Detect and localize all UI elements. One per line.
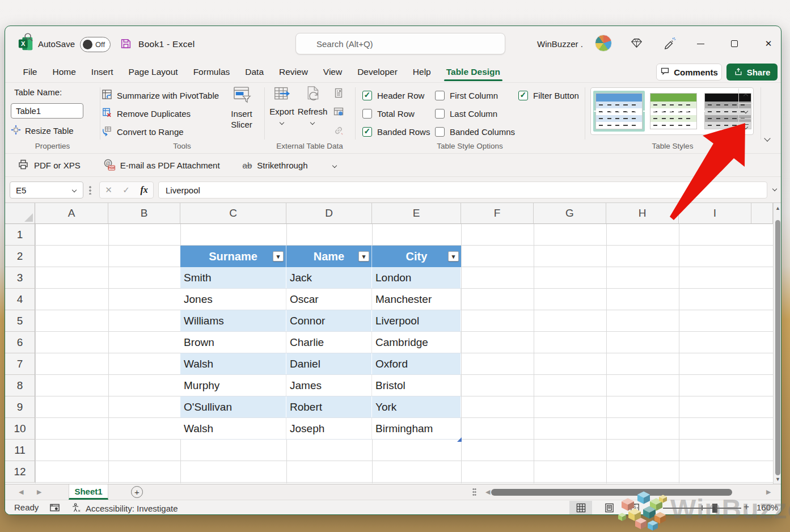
- maximize-button[interactable]: [722, 33, 747, 54]
- qat-item-pdf-or-xps[interactable]: PDF or XPS: [18, 159, 81, 172]
- select-all-corner[interactable]: [5, 203, 35, 224]
- accessibility-status[interactable]: Accessibility: Investigate: [71, 503, 178, 514]
- table-header-cell-city[interactable]: City: [372, 246, 461, 267]
- resize-table-button[interactable]: Resize Table: [11, 125, 74, 137]
- table-cell[interactable]: Brown: [180, 332, 286, 353]
- scroll-left-icon[interactable]: ◀: [485, 488, 490, 496]
- column-header-partial[interactable]: [751, 203, 773, 224]
- table-cell[interactable]: Jones: [180, 289, 286, 310]
- page-layout-view-button[interactable]: [598, 501, 620, 515]
- comments-button[interactable]: Comments: [656, 64, 722, 81]
- checkbox-first-column[interactable]: [435, 91, 445, 100]
- vertical-scroll-thumb[interactable]: [775, 220, 780, 475]
- minimize-button[interactable]: [688, 33, 713, 54]
- table-cell[interactable]: Walsh: [180, 418, 286, 439]
- qat-item-strikethrough[interactable]: abStrikethrough: [243, 161, 308, 170]
- formula-input[interactable]: Liverpool: [158, 181, 767, 199]
- scroll-up-icon[interactable]: ▲: [774, 205, 781, 211]
- checkbox-last-column[interactable]: [435, 109, 445, 119]
- search-input[interactable]: Search (Alt+Q): [295, 33, 505, 54]
- save-icon[interactable]: [120, 37, 132, 52]
- normal-view-button[interactable]: [569, 501, 592, 515]
- macro-record-icon[interactable]: [49, 503, 60, 515]
- table-cell[interactable]: James: [286, 375, 372, 396]
- scroll-down-icon[interactable]: ▼: [774, 476, 781, 482]
- table-cell[interactable]: Oscar: [286, 289, 372, 310]
- gallery-more-button[interactable]: [739, 119, 753, 134]
- option-total-row[interactable]: Total Row: [362, 104, 430, 123]
- table-header-cell-surname[interactable]: Surname: [180, 246, 286, 267]
- table-cell[interactable]: Williams: [180, 310, 286, 331]
- option-banded-rows[interactable]: Banded Rows: [362, 123, 430, 141]
- table-cell[interactable]: Oxford: [372, 353, 461, 374]
- row-header-1[interactable]: 1: [5, 224, 35, 246]
- account-name[interactable]: WinBuzzer .: [537, 39, 583, 49]
- column-header-h[interactable]: H: [606, 203, 679, 224]
- row-header-12[interactable]: 12: [5, 461, 35, 483]
- option-last-column[interactable]: Last Column: [435, 104, 515, 123]
- menu-tab-view[interactable]: View: [315, 62, 349, 82]
- table-cell[interactable]: O'Sullivan: [180, 396, 286, 417]
- table-header-cell-name[interactable]: Name: [286, 246, 372, 267]
- table-cell[interactable]: Jack: [286, 267, 372, 288]
- row-header-11[interactable]: 11: [5, 440, 35, 461]
- column-header-g[interactable]: G: [534, 203, 606, 224]
- collapse-ribbon-button[interactable]: [764, 135, 770, 141]
- checkbox-header-row[interactable]: [362, 91, 372, 100]
- formula-bar-handle[interactable]: [89, 185, 91, 195]
- menu-tab-insert[interactable]: Insert: [83, 62, 121, 82]
- row-header-10[interactable]: 10: [5, 418, 35, 440]
- menu-tab-developer[interactable]: Developer: [350, 62, 405, 82]
- table-cell[interactable]: Smith: [180, 267, 286, 288]
- table-name-input[interactable]: [11, 103, 83, 119]
- table-cell[interactable]: Bristol: [372, 375, 461, 396]
- share-button[interactable]: Share: [726, 64, 778, 81]
- column-header-d[interactable]: D: [286, 203, 372, 224]
- table-cell[interactable]: London: [372, 267, 461, 288]
- column-header-b[interactable]: B: [108, 203, 180, 224]
- export-button[interactable]: Export: [265, 85, 299, 126]
- qat-dropdown-icon[interactable]: [332, 163, 336, 167]
- gallery-down-button[interactable]: [739, 103, 753, 119]
- checkbox-banded-rows[interactable]: [362, 127, 372, 137]
- filter-button-name[interactable]: [358, 251, 369, 261]
- row-header-4[interactable]: 4: [5, 289, 35, 310]
- row-header-8[interactable]: 8: [5, 375, 35, 396]
- zoom-slider-thumb[interactable]: [712, 504, 717, 513]
- insert-function-button[interactable]: fx: [140, 185, 147, 195]
- menu-tab-review[interactable]: Review: [272, 62, 316, 82]
- filter-button-city[interactable]: [448, 251, 459, 261]
- tools-item-remove-duplicates[interactable]: Remove Duplicates: [102, 104, 219, 123]
- gallery-up-button[interactable]: [739, 88, 753, 103]
- table-cell[interactable]: Joseph: [286, 418, 372, 439]
- zoom-out-button[interactable]: −: [652, 501, 657, 513]
- table-cell[interactable]: Robert: [286, 396, 372, 417]
- column-header-e[interactable]: E: [372, 203, 461, 224]
- name-box[interactable]: E5: [10, 181, 83, 199]
- menu-tab-table-design[interactable]: Table Design: [438, 62, 508, 82]
- cancel-icon[interactable]: ✕: [105, 185, 112, 195]
- menu-tab-formulas[interactable]: Formulas: [185, 62, 238, 82]
- tools-item-summarize-with-pivottable[interactable]: Summarize with PivotTable: [102, 86, 219, 104]
- column-header-f[interactable]: F: [461, 203, 534, 224]
- row-header-2[interactable]: 2: [5, 246, 35, 267]
- table-properties-icon[interactable]: [333, 87, 344, 101]
- table-cell[interactable]: Birmingham: [372, 418, 461, 439]
- menu-tab-help[interactable]: Help: [405, 62, 438, 82]
- column-header-c[interactable]: C: [180, 203, 286, 224]
- menu-tab-file[interactable]: File: [15, 62, 45, 82]
- zoom-in-button[interactable]: +: [743, 501, 749, 513]
- row-header-3[interactable]: 3: [5, 267, 35, 289]
- horizontal-scroll-thumb[interactable]: [491, 489, 732, 496]
- option-header-row[interactable]: Header Row: [362, 86, 430, 104]
- scroll-right-icon[interactable]: ▶: [766, 488, 771, 496]
- next-sheet-icon[interactable]: ▶: [37, 488, 41, 496]
- column-header-i[interactable]: I: [679, 203, 751, 224]
- previous-sheet-icon[interactable]: ◀: [19, 488, 23, 496]
- option-first-column[interactable]: First Column: [435, 86, 515, 104]
- menu-tab-data[interactable]: Data: [238, 62, 272, 82]
- column-header-a[interactable]: A: [35, 203, 108, 224]
- row-header-9[interactable]: 9: [5, 396, 35, 418]
- row-header-5[interactable]: 5: [5, 310, 35, 332]
- open-in-browser-icon[interactable]: [333, 106, 344, 120]
